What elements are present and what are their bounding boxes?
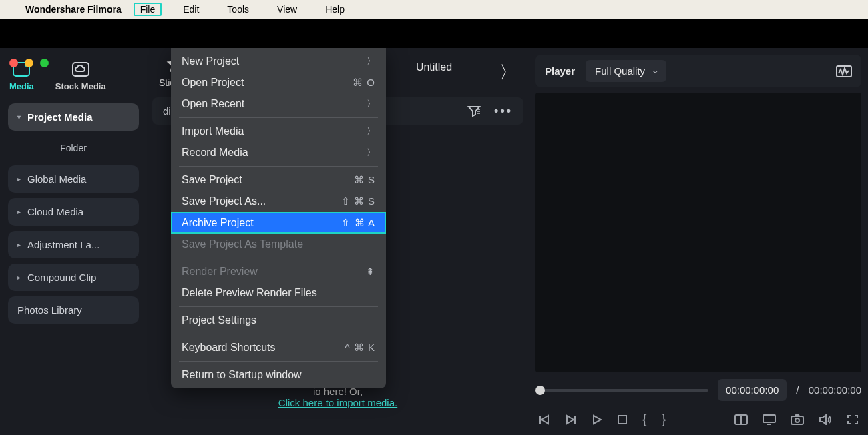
menubar-item-view[interactable]: View <box>270 3 304 16</box>
menu-open-project[interactable]: Open Project⌘ O <box>171 72 386 93</box>
tab-label: Media <box>9 81 34 91</box>
mark-in-button[interactable]: { <box>642 412 647 427</box>
stop-button[interactable] <box>617 414 628 425</box>
window-controls <box>9 59 49 67</box>
app-name: Wondershare Filmora <box>25 4 122 15</box>
sidebar-item-label: Adjustment La... <box>27 239 99 250</box>
menu-project-settings[interactable]: Project Settings <box>171 310 386 331</box>
player-panel: Player Full Quality 00:00:00:00 / 00:00:… <box>529 48 868 435</box>
svg-rect-4 <box>618 416 626 424</box>
sidebar-item-label: Global Media <box>27 173 86 185</box>
chevron-right-icon: ▸ <box>17 208 21 215</box>
menu-separator <box>179 166 378 167</box>
quality-select[interactable]: Full Quality <box>586 60 666 82</box>
display-button[interactable] <box>763 414 776 425</box>
menu-separator <box>179 117 378 118</box>
time-separator: / <box>796 384 799 396</box>
minimize-window-button[interactable] <box>25 59 33 67</box>
menu-save-as-template: Save Project As Template <box>171 234 386 255</box>
cloud-icon <box>70 61 91 77</box>
time-total: 00:00:00:00 <box>809 384 861 396</box>
menu-separator <box>179 258 378 258</box>
more-icon[interactable]: ••• <box>494 104 513 118</box>
menu-render-preview: Render Preview⇞ <box>171 261 386 282</box>
app-window: Untitled New Project〉 Open Project⌘ O Op… <box>0 48 868 435</box>
menu-archive-project[interactable]: Archive Project⇧ ⌘ A <box>171 212 386 234</box>
mark-out-button[interactable]: } <box>662 412 666 427</box>
tab-label: Stock Media <box>55 81 106 91</box>
menu-import-media[interactable]: Import Media〉 <box>171 121 386 142</box>
volume-button[interactable] <box>819 414 832 425</box>
play-button[interactable] <box>592 414 602 425</box>
sidebar-compound-clip[interactable]: ▸Compound Clip <box>8 264 139 291</box>
menu-record-media[interactable]: Record Media〉 <box>171 142 386 163</box>
sidebar-cloud-media[interactable]: ▸Cloud Media <box>8 198 139 226</box>
quality-value: Full Quality <box>595 65 645 77</box>
file-dropdown-menu: New Project〉 Open Project⌘ O Open Recent… <box>171 48 386 388</box>
menu-new-project[interactable]: New Project〉 <box>171 51 386 72</box>
chevron-right-icon: ▸ <box>17 241 21 248</box>
sidebar-folder[interactable]: Folder <box>8 136 139 160</box>
fullscreen-button[interactable] <box>847 414 859 425</box>
sidebar-global-media[interactable]: ▸Global Media <box>8 165 139 193</box>
sidebar-item-label: Photos Library <box>17 304 82 316</box>
player-controls: { } <box>535 409 861 435</box>
svg-rect-6 <box>763 415 775 422</box>
svg-rect-7 <box>791 416 803 424</box>
sidebar-project-media[interactable]: ▾ Project Media <box>8 103 139 131</box>
menu-save-project[interactable]: Save Project⌘ S <box>171 169 386 191</box>
menu-separator <box>179 361 378 362</box>
sidebar-item-label: Cloud Media <box>27 206 83 218</box>
layout-button[interactable] <box>734 414 748 425</box>
svg-point-8 <box>795 418 799 422</box>
maximize-window-button[interactable] <box>40 59 49 67</box>
menu-return-startup[interactable]: Return to Startup window <box>171 364 386 386</box>
close-window-button[interactable] <box>9 59 18 67</box>
video-viewport[interactable] <box>535 93 861 372</box>
menubar-item-tools[interactable]: Tools <box>220 3 256 16</box>
prev-frame-button[interactable] <box>538 414 550 425</box>
menu-open-recent[interactable]: Open Recent〉 <box>171 93 386 115</box>
timeline-slider[interactable] <box>535 389 708 392</box>
sidebar-photos-library[interactable]: Photos Library <box>8 296 139 324</box>
snapshot-button[interactable] <box>791 414 804 425</box>
time-current: 00:00:00:00 <box>718 379 787 401</box>
step-forward-button[interactable] <box>565 414 577 425</box>
menubar-item-help[interactable]: Help <box>318 3 351 16</box>
left-sidebar: Media Stock Media ▾ Project Media Folder… <box>0 48 147 435</box>
menu-save-project-as[interactable]: Save Project As...⇧ ⌘ S <box>171 191 386 212</box>
sidebar-item-label: Project Media <box>27 111 93 123</box>
menubar-item-file[interactable]: File <box>134 3 162 16</box>
chevron-right-icon: ▸ <box>17 175 21 183</box>
sidebar-item-label: Compound Clip <box>27 272 96 283</box>
import-media-link[interactable]: Click here to import media. <box>278 397 397 408</box>
chevron-down-icon: ▾ <box>17 113 21 121</box>
tab-stock-media[interactable]: Stock Media <box>55 61 106 91</box>
chevron-right-icon: ▸ <box>17 274 21 281</box>
mac-menubar: Wondershare Filmora File Edit Tools View… <box>0 0 868 19</box>
menubar-item-edit[interactable]: Edit <box>176 3 206 16</box>
menu-separator <box>179 334 378 334</box>
filter-icon[interactable] <box>467 105 481 117</box>
menu-separator <box>179 306 378 307</box>
menu-keyboard-shortcuts[interactable]: Keyboard Shortcuts^ ⌘ K <box>171 337 386 358</box>
menu-delete-preview-files[interactable]: Delete Preview Render Files <box>171 282 386 304</box>
waveform-icon[interactable] <box>836 65 852 77</box>
sidebar-adjustment-layer[interactable]: ▸Adjustment La... <box>8 231 139 258</box>
